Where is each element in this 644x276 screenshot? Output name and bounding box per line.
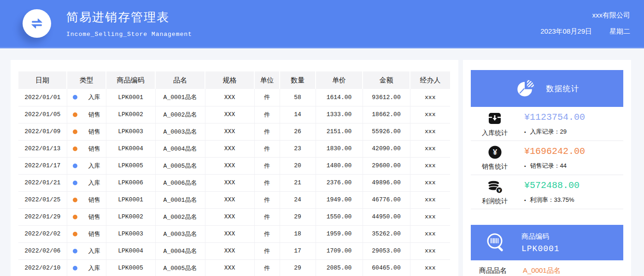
cell-code[interactable]: LPK0005 (106, 259, 155, 276)
cell-qty[interactable]: 17 (280, 242, 316, 259)
cell-code[interactable]: LPK0006 (106, 174, 155, 191)
table-row[interactable]: 2022/01/17 入库 LPK0005 A_0005品名 XXX 件 20 … (18, 157, 450, 174)
cell-type[interactable]: 入库 (67, 242, 106, 259)
cell-price[interactable]: 2085.00 (316, 259, 363, 276)
cell-amount[interactable]: 35262.00 (363, 225, 410, 242)
cell-handler[interactable]: xxx (410, 157, 450, 174)
cell-handler[interactable]: xxx (410, 174, 450, 191)
cell-name[interactable]: A_0004品名 (155, 140, 205, 157)
cell-date[interactable]: 2022/01/01 (18, 89, 67, 106)
cell-amount[interactable]: 42090.00 (363, 140, 410, 157)
cell-spec[interactable]: XXX (205, 225, 254, 242)
cell-name[interactable]: A_0003品名 (155, 225, 205, 242)
cell-qty[interactable]: 24 (280, 191, 316, 208)
cell-type[interactable]: 入库 (67, 174, 106, 191)
cell-unit[interactable]: 件 (254, 140, 280, 157)
cell-code[interactable]: LPK0002 (106, 208, 155, 225)
cell-code[interactable]: LPK0001 (106, 191, 155, 208)
cell-unit[interactable]: 件 (254, 174, 280, 191)
cell-name[interactable]: A_0006品名 (155, 174, 205, 191)
cell-spec[interactable]: XXX (205, 140, 254, 157)
cell-date[interactable]: 2022/01/21 (18, 174, 67, 191)
cell-type[interactable]: 入库 (67, 157, 106, 174)
cell-qty[interactable]: 23 (280, 140, 316, 157)
cell-amount[interactable]: 44950.00 (363, 208, 410, 225)
cell-price[interactable]: 1830.00 (316, 140, 363, 157)
cell-amount[interactable]: 93612.00 (363, 89, 410, 106)
cell-type[interactable]: 销售 (67, 140, 106, 157)
cell-handler[interactable]: xxx (410, 242, 450, 259)
cell-unit[interactable]: 件 (254, 208, 280, 225)
cell-amount[interactable]: 29600.00 (363, 157, 410, 174)
cell-amount[interactable]: 49896.00 (363, 174, 410, 191)
cell-code[interactable]: LPK0004 (106, 140, 155, 157)
cell-price[interactable]: 2376.00 (316, 174, 363, 191)
cell-unit[interactable]: 件 (254, 191, 280, 208)
table-row[interactable]: 2022/01/09 销售 LPK0003 A_0003品名 XXX 件 26 … (18, 123, 450, 140)
cell-unit[interactable]: 件 (254, 106, 280, 123)
cell-date[interactable]: 2022/01/29 (18, 208, 67, 225)
cell-spec[interactable]: XXX (205, 174, 254, 191)
cell-price[interactable]: 1709.00 (316, 242, 363, 259)
cell-qty[interactable]: 18 (280, 225, 316, 242)
cell-price[interactable]: 2151.00 (316, 123, 363, 140)
cell-amount[interactable]: 55926.00 (363, 123, 410, 140)
cell-name[interactable]: A_0001品名 (155, 89, 205, 106)
cell-name[interactable]: A_0005品名 (155, 259, 205, 276)
cell-code[interactable]: LPK0003 (106, 225, 155, 242)
cell-code[interactable]: LPK0002 (106, 106, 155, 123)
cell-price[interactable]: 1333.00 (316, 106, 363, 123)
cell-name[interactable]: A_0004品名 (155, 242, 205, 259)
cell-date[interactable]: 2022/01/05 (18, 106, 67, 123)
cell-spec[interactable]: XXX (205, 157, 254, 174)
cell-price[interactable]: 1614.00 (316, 89, 363, 106)
cell-spec[interactable]: XXX (205, 89, 254, 106)
cell-type[interactable]: 销售 (67, 191, 106, 208)
cell-unit[interactable]: 件 (254, 259, 280, 276)
cell-type[interactable]: 入库 (67, 259, 106, 276)
cell-code[interactable]: LPK0001 (106, 89, 155, 106)
cell-code[interactable]: LPK0004 (106, 242, 155, 259)
table-row[interactable]: 2022/01/01 入库 LPK0001 A_0001品名 XXX 件 58 … (18, 89, 450, 106)
table-row[interactable]: 2022/01/05 销售 LPK0002 A_0002品名 XXX 件 14 … (18, 106, 450, 123)
cell-price[interactable]: 1480.00 (316, 157, 363, 174)
cell-qty[interactable]: 21 (280, 174, 316, 191)
cell-amount[interactable]: 29053.00 (363, 242, 410, 259)
cell-qty[interactable]: 14 (280, 106, 316, 123)
cell-spec[interactable]: XXX (205, 242, 254, 259)
cell-date[interactable]: 2022/01/17 (18, 157, 67, 174)
cell-handler[interactable]: xxx (410, 225, 450, 242)
cell-name[interactable]: A_0005品名 (155, 157, 205, 174)
cell-unit[interactable]: 件 (254, 242, 280, 259)
cell-handler[interactable]: xxx (410, 259, 450, 276)
cell-amount[interactable]: 46776.00 (363, 191, 410, 208)
cell-spec[interactable]: XXX (205, 259, 254, 276)
cell-handler[interactable]: xxx (410, 106, 450, 123)
cell-date[interactable]: 2022/01/25 (18, 191, 67, 208)
table-row[interactable]: 2022/01/29 销售 LPK0002 A_0002品名 XXX 件 29 … (18, 208, 450, 225)
cell-name[interactable]: A_0001品名 (155, 191, 205, 208)
cell-handler[interactable]: xxx (410, 140, 450, 157)
cell-date[interactable]: 2022/02/06 (18, 242, 67, 259)
cell-code[interactable]: LPK0005 (106, 157, 155, 174)
cell-name[interactable]: A_0003品名 (155, 123, 205, 140)
cell-spec[interactable]: XXX (205, 123, 254, 140)
cell-unit[interactable]: 件 (254, 89, 280, 106)
cell-spec[interactable]: XXX (205, 208, 254, 225)
cell-price[interactable]: 1949.00 (316, 191, 363, 208)
cell-handler[interactable]: xxx (410, 123, 450, 140)
cell-unit[interactable]: 件 (254, 157, 280, 174)
table-row[interactable]: 2022/01/13 销售 LPK0004 A_0004品名 XXX 件 23 … (18, 140, 450, 157)
table-row[interactable]: 2022/01/25 销售 LPK0001 A_0001品名 XXX 件 24 … (18, 191, 450, 208)
cell-date[interactable]: 2022/02/10 (18, 259, 67, 276)
cell-type[interactable]: 销售 (67, 106, 106, 123)
table-row[interactable]: 2022/02/06 入库 LPK0004 A_0004品名 XXX 件 17 … (18, 242, 450, 259)
cell-type[interactable]: 销售 (67, 123, 106, 140)
cell-date[interactable]: 2022/02/02 (18, 225, 67, 242)
cell-name[interactable]: A_0002品名 (155, 106, 205, 123)
cell-handler[interactable]: xxx (410, 191, 450, 208)
cell-handler[interactable]: xxx (410, 208, 450, 225)
cell-date[interactable]: 2022/01/09 (18, 123, 67, 140)
table-row[interactable]: 2022/01/21 入库 LPK0006 A_0006品名 XXX 件 21 … (18, 174, 450, 191)
cell-name[interactable]: A_0002品名 (155, 208, 205, 225)
